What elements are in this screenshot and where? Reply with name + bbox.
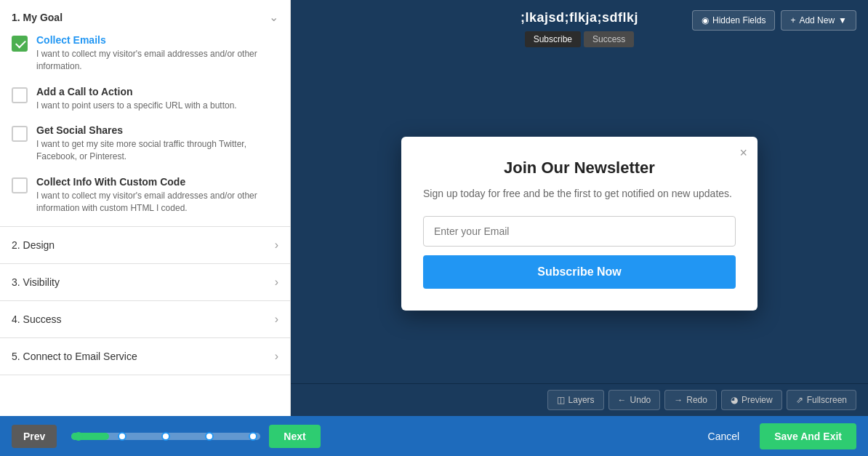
- chevron-right-icon-success: ›: [275, 313, 278, 326]
- layers-button[interactable]: ◫ Layers: [547, 390, 604, 410]
- goal-items-container: Collect Emails I want to collect my visi…: [0, 34, 290, 226]
- preview-icon: ◕: [731, 395, 738, 405]
- preview-tabs: Subscribe Success: [525, 31, 635, 47]
- preview-button[interactable]: ◕ Preview: [721, 390, 782, 410]
- progress-dot-2: [118, 432, 126, 441]
- goal-desc-collect-emails: I want to collect my visitor's email add…: [36, 48, 278, 73]
- goal-desc-social-shares: I want to get my site more social traffi…: [36, 138, 278, 163]
- layers-icon: ◫: [557, 395, 565, 405]
- progress-dot-3: [161, 432, 170, 441]
- goal-checkbox-social-shares: [12, 126, 28, 142]
- preview-title: ;lkajsd;flkja;sdflkj: [521, 10, 638, 25]
- modal-close-button[interactable]: ×: [739, 145, 747, 161]
- undo-button[interactable]: ← Undo: [608, 390, 661, 410]
- subscribe-button[interactable]: Subscribe Now: [423, 255, 736, 289]
- sidebar-section-goal: 1. My Goal ⌄ Collect Emails I want to co…: [0, 0, 290, 227]
- goal-checkbox-custom-code: [12, 177, 28, 193]
- bottom-toolbar: ◫ Layers ← Undo → Redo ◕ Preview ⇗ Fulls…: [291, 383, 868, 416]
- preview-area: ;lkajsd;flkja;sdflkj Subscribe Success ◉…: [291, 0, 868, 416]
- add-new-button[interactable]: + Add New ▼: [781, 10, 856, 31]
- preview-actions: ◉ Hidden Fields + Add New ▼: [692, 10, 856, 31]
- progress-track: [71, 433, 260, 440]
- modal-subtitle: Sign up today for free and be the first …: [423, 186, 736, 201]
- goal-checkbox-call-to-action: [12, 87, 28, 103]
- redo-button[interactable]: → Redo: [664, 390, 717, 410]
- goal-checkbox-collect-emails: [12, 36, 28, 52]
- goal-desc-call-to-action: I want to point users to a specific URL …: [36, 100, 237, 112]
- goal-item-custom-code[interactable]: Collect Info With Custom Code I want to …: [12, 176, 278, 215]
- progress-dot-4: [205, 432, 214, 441]
- next-button[interactable]: Next: [269, 425, 320, 448]
- eye-icon: ◉: [702, 15, 709, 25]
- sidebar: 1. My Goal ⌄ Collect Emails I want to co…: [0, 0, 291, 416]
- sidebar-section-design[interactable]: 2. Design ›: [0, 227, 290, 264]
- save-exit-button[interactable]: Save And Exit: [760, 423, 856, 449]
- plus-icon: +: [790, 15, 795, 25]
- goal-desc-custom-code: I want to collect my visitor's email add…: [36, 190, 278, 215]
- goal-title-call-to-action: Add a Call to Action: [36, 86, 237, 97]
- undo-icon: ←: [618, 395, 627, 405]
- sidebar-section-visibility[interactable]: 3. Visibility ›: [0, 264, 290, 301]
- goal-title-social-shares: Get Social Shares: [36, 124, 278, 136]
- hidden-fields-button[interactable]: ◉ Hidden Fields: [692, 10, 775, 31]
- sidebar-section-success[interactable]: 4. Success ›: [0, 301, 290, 338]
- goal-item-call-to-action[interactable]: Add a Call to Action I want to point use…: [12, 86, 278, 112]
- goal-title-custom-code: Collect Info With Custom Code: [36, 176, 278, 188]
- modal: × Join Our Newsletter Sign up today for …: [401, 137, 758, 311]
- prev-button[interactable]: Prev: [12, 425, 57, 448]
- bottom-nav: Prev Next Cancel Save And Exit: [0, 416, 868, 456]
- redo-icon: →: [674, 395, 683, 405]
- sidebar-section-success-label: 4. Success: [12, 313, 61, 325]
- modal-container: × Join Our Newsletter Sign up today for …: [291, 63, 868, 383]
- tab-success[interactable]: Success: [584, 31, 634, 47]
- goal-item-collect-emails[interactable]: Collect Emails I want to collect my visi…: [12, 34, 278, 73]
- goal-item-social-shares[interactable]: Get Social Shares I want to get my site …: [12, 124, 278, 163]
- sidebar-section-goal-header[interactable]: 1. My Goal ⌄: [0, 0, 290, 34]
- chevron-right-icon-design: ›: [275, 239, 278, 252]
- chevron-right-icon-email-service: ›: [275, 350, 278, 363]
- fullscreen-icon: ⇗: [796, 395, 803, 405]
- sidebar-section-visibility-label: 3. Visibility: [12, 276, 60, 288]
- email-input[interactable]: [423, 216, 736, 247]
- sidebar-section-email-service[interactable]: 5. Connect to Email Service ›: [0, 338, 290, 375]
- chevron-down-icon-addnew: ▼: [838, 15, 847, 25]
- sidebar-section-goal-title: 1. My Goal: [12, 12, 63, 23]
- sidebar-section-design-label: 2. Design: [12, 239, 55, 251]
- sidebar-section-email-service-label: 5. Connect to Email Service: [12, 351, 137, 362]
- progress-dot-5: [249, 432, 257, 441]
- chevron-right-icon-visibility: ›: [275, 276, 278, 289]
- progress-dots: [71, 432, 260, 441]
- modal-title: Join Our Newsletter: [423, 159, 736, 177]
- goal-title-collect-emails: Collect Emails: [36, 34, 278, 46]
- tab-subscribe[interactable]: Subscribe: [525, 31, 581, 47]
- chevron-down-icon: ⌄: [269, 10, 278, 24]
- fullscreen-button[interactable]: ⇗ Fullscreen: [787, 390, 856, 410]
- cancel-button[interactable]: Cancel: [696, 425, 752, 448]
- progress-dot-1: [74, 432, 83, 441]
